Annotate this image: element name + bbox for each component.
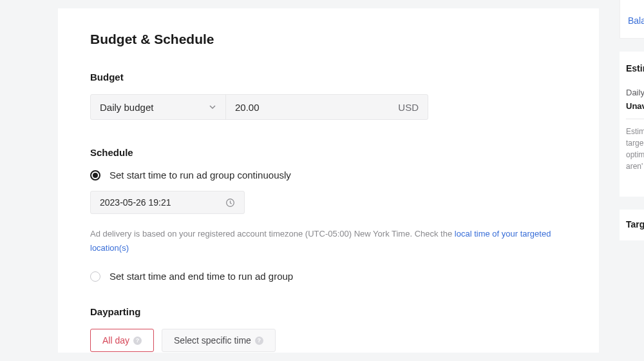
dayparting-specific-button[interactable]: Select specific time ?: [162, 329, 276, 352]
budget-row: Daily budget USD: [90, 94, 428, 120]
start-datetime-value: 2023-05-26 19:21: [100, 197, 219, 208]
schedule-continuous-label: Set start time to run ad group continuou…: [109, 170, 291, 180]
schedule-option-range[interactable]: Set start time and end time to run ad gr…: [90, 271, 567, 282]
budget-schedule-card: Budget & Schedule Budget Daily budget US…: [58, 8, 599, 353]
side-targeting-card: Targ: [620, 210, 644, 240]
schedule-range-label: Set start time and end time to run ad gr…: [109, 271, 293, 282]
budget-type-value: Daily budget: [100, 102, 153, 113]
schedule-note: Ad delivery is based on your registered …: [90, 227, 567, 255]
budget-label: Budget: [90, 72, 567, 83]
side-balance-card: Bala: [620, 0, 644, 39]
schedule-option-continuous[interactable]: Set start time to run ad group continuou…: [90, 170, 567, 180]
info-icon: ?: [133, 337, 142, 345]
chevron-down-icon: [209, 103, 216, 111]
dayparting-label: Dayparting: [90, 306, 567, 317]
schedule-label: Schedule: [90, 147, 567, 158]
dayparting-all-day-button[interactable]: All day ?: [90, 329, 154, 352]
clock-icon: [225, 198, 235, 208]
radio-empty-icon: [90, 271, 100, 282]
radio-selected-icon: [90, 170, 100, 180]
budget-amount-input[interactable]: [226, 102, 389, 113]
section-title: Budget & Schedule: [90, 32, 567, 47]
budget-type-select[interactable]: Daily budget: [91, 95, 226, 119]
dayparting-segment: All day ? Select specific time ?: [90, 329, 567, 352]
budget-currency: USD: [389, 102, 428, 113]
info-icon: ?: [255, 337, 263, 345]
side-estimate-card: Estin Daily Unav Estim targe optim aren': [620, 52, 644, 197]
start-datetime-input[interactable]: 2023-05-26 19:21: [90, 191, 245, 214]
balance-link[interactable]: Bala: [628, 15, 644, 26]
